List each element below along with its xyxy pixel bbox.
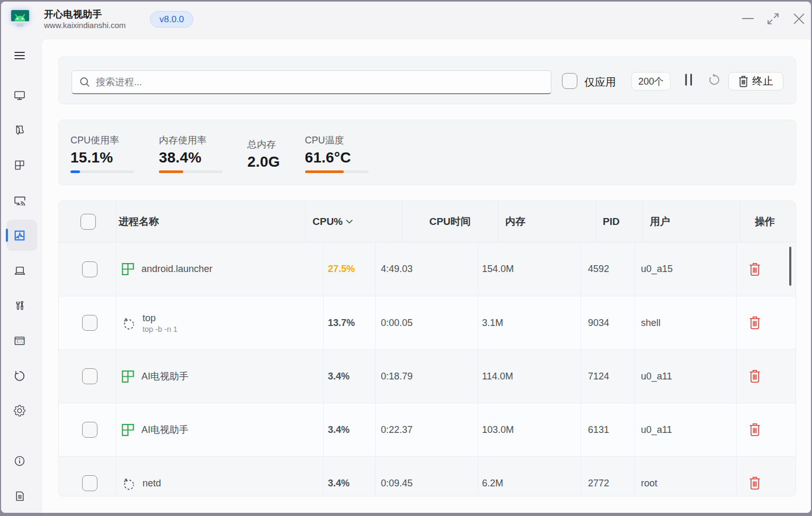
column-header-pid[interactable]: PID (595, 201, 643, 242)
table-row[interactable]: AI电视助手 3.4% 0:22.37 103.0M 6131 u0_a11 (59, 403, 796, 457)
sidebar: C:\ (1, 39, 41, 513)
desktop-icon (14, 89, 25, 101)
select-all-checkbox[interactable] (81, 214, 96, 230)
sidebar-item-remote-device[interactable] (8, 259, 31, 282)
stat-cpu-usage: CPU使用率 15.1% (70, 120, 134, 185)
row-checkbox[interactable] (82, 315, 97, 331)
table-row[interactable]: top top -b -n 1 13.7% 0:00.05 3.1M 9034 … (59, 296, 796, 350)
maximize-button[interactable] (762, 8, 783, 29)
main-content: 搜索进程... 仅应用 200个 (41, 39, 811, 513)
process-user: u0_a11 (635, 403, 736, 456)
version-label: v8.0.0 (159, 14, 184, 25)
terminate-label: 终止 (752, 74, 773, 88)
column-header-memory[interactable]: 内存 (498, 201, 595, 242)
process-icon (122, 316, 135, 330)
app-window: 开心电视助手 www.kaixindianshi.com v8.0.0 (1, 2, 811, 513)
sidebar-item-logs[interactable] (8, 484, 31, 508)
process-cputime: 0:00.05 (375, 296, 478, 349)
app-grid-icon (122, 263, 134, 275)
sidebar-item-toolbox[interactable] (8, 294, 31, 317)
process-name: top (142, 312, 177, 324)
maximize-icon (766, 12, 780, 25)
sidebar-item-device-screen[interactable] (8, 84, 31, 107)
pause-button[interactable] (684, 74, 693, 86)
svg-text:C:\: C:\ (17, 340, 23, 344)
sidebar-item-menu[interactable] (8, 44, 31, 67)
sort-chevron-down-icon (344, 216, 354, 227)
table-row[interactable]: android.launcher 27.5% 4:49.03 154.0M 45… (59, 242, 796, 296)
process-user: root (635, 457, 736, 496)
menu-icon (14, 50, 25, 61)
column-header-user[interactable]: 用户 (643, 201, 740, 242)
process-cputime: 0:18.79 (375, 350, 478, 403)
column-header-cputime[interactable]: CPU时间 (401, 201, 498, 242)
memory-usage-progressbar (159, 170, 222, 173)
process-memory: 114.0M (478, 350, 581, 403)
sidebar-item-settings[interactable] (8, 399, 31, 422)
kill-process-button[interactable] (749, 423, 761, 437)
stat-value: 15.1% (70, 150, 134, 165)
search-placeholder: 搜索进程... (96, 76, 142, 88)
process-cputime: 4:49.03 (375, 242, 478, 296)
process-name: android.launcher (141, 264, 212, 275)
column-header-name[interactable]: 进程名称 (116, 201, 305, 242)
app-grid-icon (122, 424, 134, 436)
row-checkbox[interactable] (82, 422, 97, 438)
search-input[interactable]: 搜索进程... (72, 70, 551, 94)
package-icon (14, 124, 25, 136)
process-name: AI电视助手 (141, 370, 189, 383)
kill-process-button[interactable] (749, 262, 761, 276)
stat-value: 61.6°C (305, 150, 369, 165)
app-subtitle: www.kaixindianshi.com (44, 21, 126, 30)
row-checkbox[interactable] (82, 368, 97, 384)
table-row[interactable]: netd 3.4% 0:09.45 6.2M 2772 root (59, 457, 796, 496)
kill-process-button[interactable] (749, 369, 761, 383)
sidebar-item-about[interactable] (8, 449, 31, 473)
refresh-icon (708, 74, 720, 86)
process-count: 200个 (638, 75, 664, 88)
stat-value: 38.4% (159, 150, 222, 165)
sidebar-item-reboot[interactable] (8, 364, 31, 387)
rotate-ccw-icon (14, 370, 26, 382)
process-pid: 4592 (581, 242, 635, 296)
process-cpu: 27.5% (323, 242, 375, 296)
process-cputime: 0:22.37 (375, 403, 478, 456)
process-memory: 103.0M (478, 403, 581, 456)
stat-label: 总内存 (247, 140, 280, 149)
laptop-icon (14, 265, 26, 277)
pause-icon (684, 74, 693, 86)
terminate-button[interactable]: 终止 (728, 72, 783, 90)
kill-process-button[interactable] (749, 316, 761, 330)
process-table-card: 进程名称 CPU% CPU时间 内存 PID 用户 操作 android.lau… (58, 201, 796, 496)
table-scrollbar[interactable] (789, 247, 791, 286)
app-grid-icon (122, 370, 134, 383)
process-name: netd (142, 478, 161, 489)
kill-process-button[interactable] (749, 476, 761, 490)
row-checkbox[interactable] (82, 261, 97, 277)
sidebar-item-app-manage[interactable] (8, 153, 31, 177)
apps-only-label[interactable]: 仅应用 (584, 75, 616, 89)
stat-label: 内存使用率 (159, 136, 222, 145)
process-cpu: 3.4% (323, 350, 375, 403)
sidebar-item-screen-cast[interactable] (8, 189, 31, 212)
column-header-cpu[interactable]: CPU% (305, 201, 401, 242)
tools-icon (14, 300, 25, 311)
apps-only-checkbox[interactable] (562, 73, 577, 89)
close-button[interactable] (788, 8, 809, 29)
table-row[interactable]: AI电视助手 3.4% 0:18.79 114.0M 7124 u0_a11 (59, 350, 796, 403)
sidebar-item-app-install[interactable] (8, 119, 31, 142)
minimize-button[interactable] (737, 8, 759, 29)
activity-monitor-icon (14, 230, 25, 241)
titlebar: 开心电视助手 www.kaixindianshi.com v8.0.0 (1, 2, 811, 39)
app-title: 开心电视助手 (44, 8, 126, 21)
row-checkbox[interactable] (82, 475, 97, 491)
process-pid: 2772 (581, 457, 635, 496)
process-pid: 6131 (581, 403, 635, 456)
trash-icon (738, 75, 748, 88)
info-icon (14, 455, 25, 467)
refresh-button[interactable] (708, 74, 720, 86)
sidebar-item-terminal[interactable]: C:\ (8, 329, 31, 352)
process-memory: 3.1M (478, 296, 581, 349)
sidebar-item-process-monitor[interactable] (8, 224, 31, 247)
document-icon (14, 491, 25, 502)
